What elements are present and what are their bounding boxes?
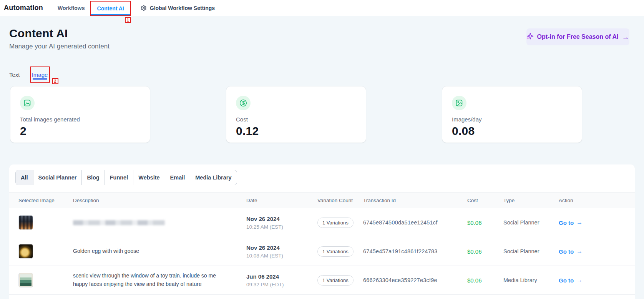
filter-email[interactable]: Email <box>165 170 191 185</box>
nav-tabs: Workflows Content AI 1 Global Workflow S… <box>53 0 215 16</box>
optin-button[interactable]: Opt-in for Free Season of AI → <box>526 28 629 45</box>
col-action: Action <box>559 198 635 203</box>
table-row: Golden egg with with goose Nov 26 2024 1… <box>9 237 635 266</box>
variations-badge: 1 Variations <box>317 218 354 228</box>
photo-icon <box>452 96 466 110</box>
tab-text[interactable]: Text <box>9 66 20 78</box>
filter-media-library[interactable]: Media Library <box>190 170 236 185</box>
stat-card-cost: Cost 0.12 <box>226 86 366 143</box>
row-date: Nov 26 2024 <box>246 244 317 251</box>
page-title: Content AI <box>9 27 110 40</box>
stat-value: 0.08 <box>452 125 572 138</box>
row-date: Nov 26 2024 <box>246 216 317 222</box>
transaction-id: 666263304ece359227e3cf9e <box>363 277 467 283</box>
variations-badge: 1 Variations <box>317 275 354 286</box>
stat-label: Images/day <box>452 116 572 123</box>
col-transaction-id: Transaction Id <box>363 198 467 203</box>
image-frame-icon <box>20 96 35 110</box>
filter-social-planner[interactable]: Social Planner <box>33 170 82 185</box>
stat-label: Total images generated <box>20 116 140 123</box>
arrow-right-icon: → <box>576 219 583 226</box>
goto-label: Go to <box>559 219 574 226</box>
table-row: Nov 26 2024 10:25 AM (EST) 1 Variations … <box>9 208 635 237</box>
col-date: Date <box>246 198 317 203</box>
tab-image[interactable]: Image <box>32 71 48 82</box>
goto-link[interactable]: Go to → <box>559 219 635 226</box>
app-title: Automation <box>4 4 43 12</box>
col-type: Type <box>503 198 559 203</box>
page-header: Content AI Manage your AI generated cont… <box>9 27 110 50</box>
source-filter-group: All Social Planner Blog Funnel Website E… <box>15 170 237 185</box>
stat-card-images-per-day: Images/day 0.08 <box>442 86 582 143</box>
stat-value: 0.12 <box>236 125 356 138</box>
annotation-badge-2: 2 <box>52 78 58 84</box>
goto-label: Go to <box>559 277 574 284</box>
optin-label: Opt-in for Free Season of AI <box>537 33 619 40</box>
nav-tab-content-ai[interactable]: Content AI <box>97 5 124 12</box>
stat-label: Cost <box>236 116 356 123</box>
arrow-right-icon: → <box>622 33 629 41</box>
col-variation-count: Variation Count <box>317 198 363 203</box>
top-navigation: Automation Workflows Content AI 1 Global… <box>0 0 644 16</box>
settings-label: Global Workflow Settings <box>150 5 215 11</box>
active-tab-underline <box>33 78 47 80</box>
goto-link[interactable]: Go to → <box>559 277 635 284</box>
arrow-right-icon: → <box>576 248 583 255</box>
row-description: scenic view through the window of a toy … <box>73 272 225 288</box>
row-time: 10:25 AM (EST) <box>246 224 317 230</box>
transaction-id: 6745e874500da51ee12451cf <box>363 219 467 226</box>
golden-egg-image[interactable] <box>18 244 33 259</box>
variations-badge: 1 Variations <box>317 246 354 257</box>
row-time: 09:32 PM (EDT) <box>246 282 317 287</box>
stat-value: 2 <box>20 125 140 138</box>
annotation-box-1: Content AI 1 <box>90 1 131 16</box>
row-time: 10:08 AM (EST) <box>246 253 317 259</box>
goto-label: Go to <box>559 248 574 255</box>
filter-all[interactable]: All <box>16 170 33 185</box>
goto-link[interactable]: Go to → <box>559 248 635 255</box>
gear-icon <box>141 5 147 11</box>
filter-blog[interactable]: Blog <box>82 170 105 185</box>
active-tab-underline <box>91 14 130 15</box>
stat-card-total-images: Total images generated 2 <box>10 86 150 143</box>
row-date: Jun 06 2024 <box>246 273 317 280</box>
nav-tab-workflows[interactable]: Workflows <box>53 5 90 11</box>
dollar-circle-icon <box>236 96 251 110</box>
filter-funnel[interactable]: Funnel <box>105 170 134 185</box>
arrow-right-icon: → <box>576 277 583 284</box>
divider <box>135 4 135 12</box>
col-selected-image: Selected Image <box>18 198 73 203</box>
row-description: Golden egg with with goose <box>73 247 225 256</box>
train-window-view-image[interactable] <box>18 273 33 287</box>
col-description: Description <box>73 198 246 203</box>
transaction-id: 6745e457a191c4861f224783 <box>363 248 467 254</box>
col-cost: Cost <box>467 198 503 203</box>
filter-website[interactable]: Website <box>133 170 165 185</box>
nav-global-workflow-settings[interactable]: Global Workflow Settings <box>141 5 215 11</box>
table-row: scenic view through the window of a toy … <box>9 266 635 295</box>
row-cost: $0.06 <box>467 277 503 284</box>
content-table-panel: All Social Planner Blog Funnel Website E… <box>9 164 635 299</box>
redacted-description <box>73 220 165 225</box>
annotation-badge-1: 1 <box>125 17 131 23</box>
row-type: Media Library <box>503 277 559 283</box>
table-header: Selected Image Description Date Variatio… <box>9 192 635 208</box>
row-cost: $0.06 <box>467 248 503 255</box>
annotation-box-2: Image 2 <box>30 66 50 83</box>
row-type: Social Planner <box>503 248 559 254</box>
dark-bar-interior-image[interactable] <box>18 215 33 230</box>
content-type-tabs: Text Image 2 <box>9 66 50 83</box>
row-type: Social Planner <box>503 219 559 226</box>
sparkles-icon <box>527 33 534 41</box>
row-cost: $0.06 <box>467 219 503 226</box>
page-subtitle: Manage your AI generated content <box>9 43 110 50</box>
